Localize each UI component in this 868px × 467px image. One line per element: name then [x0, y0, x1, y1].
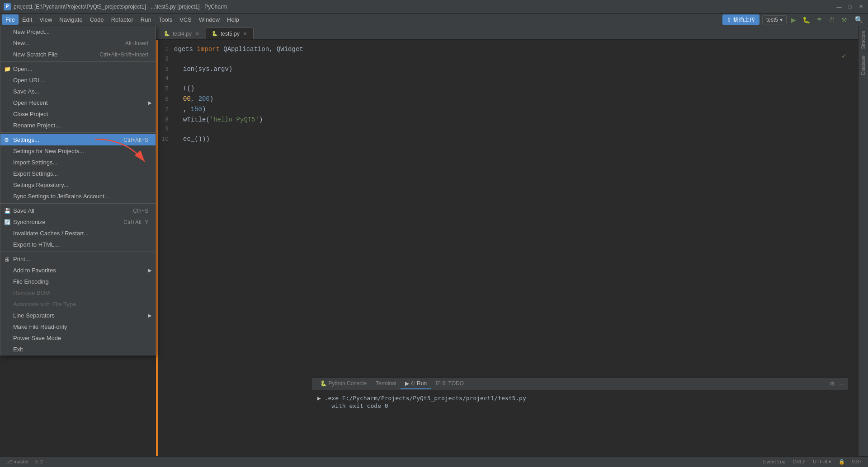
- menu-item-open-recent[interactable]: Open Recent ▶: [0, 97, 156, 108]
- search-everywhere-button[interactable]: 🔍: [852, 14, 866, 25]
- new-project-label: New Project...: [13, 28, 50, 35]
- menu-bar-right: ⇧ 拔插上传 test5 ▾ ▶ 🐛 ☂ ⏱ ⚒ 🔍: [722, 14, 866, 25]
- code-line-9: 8 wTitle('hello PyQT5'): [156, 115, 858, 125]
- code-line-10: 9: [156, 125, 858, 134]
- check-icon: ✓: [841, 52, 847, 60]
- sidebar-structure[interactable]: Structure: [860, 28, 867, 52]
- menu-item-save-as[interactable]: Save As...: [0, 86, 156, 97]
- tab-test5[interactable]: 🐍 test5.py ✕: [206, 28, 254, 39]
- tab-run[interactable]: ▶ 4: Run: [401, 378, 431, 389]
- menu-code[interactable]: Code: [86, 14, 108, 25]
- menu-file[interactable]: File: [2, 14, 19, 25]
- encoding[interactable]: UTF-8 ▾: [810, 459, 834, 465]
- maximize-button[interactable]: □: [846, 3, 854, 10]
- settings-new-projects-label: Settings for New Projects...: [13, 148, 84, 154]
- make-read-only-label: Make File Read-only: [13, 323, 67, 330]
- tab-test5-close[interactable]: ✕: [242, 31, 248, 37]
- menu-item-file-encoding[interactable]: File Encoding: [0, 276, 156, 287]
- menu-run[interactable]: Run: [137, 14, 155, 25]
- time: 9:37: [849, 459, 864, 465]
- export-html-label: Export to HTML...: [13, 241, 59, 248]
- close-button[interactable]: ✕: [857, 3, 864, 10]
- right-sidebar: Structure Database: [858, 26, 868, 467]
- exit-label: Exit: [13, 346, 23, 353]
- panel-close-icon[interactable]: —: [839, 380, 844, 387]
- menu-item-settings[interactable]: ⚙ Settings... Ctrl+Alt+S: [0, 134, 156, 145]
- menu-item-save-all[interactable]: 💾 Save All Ctrl+S: [0, 205, 156, 216]
- menu-item-settings-new-projects[interactable]: Settings for New Projects...: [0, 145, 156, 157]
- menu-item-settings-repo[interactable]: Settings Repository...: [0, 179, 156, 191]
- line-separator[interactable]: CRLF: [790, 459, 809, 465]
- file-menu-dropdown: New Project... New... Alt+Insert New Scr…: [0, 26, 156, 355]
- open-folder-icon: 📁: [4, 66, 11, 72]
- menu-item-print[interactable]: 🖨 Print...: [0, 253, 156, 265]
- new-shortcut: Alt+Insert: [125, 40, 148, 47]
- readonly-indicator[interactable]: 🔒: [836, 459, 848, 465]
- app-icon: P: [4, 3, 11, 10]
- menu-window[interactable]: Window: [195, 14, 223, 25]
- file-encoding-label: File Encoding: [13, 278, 49, 285]
- profile-button[interactable]: ⏱: [827, 15, 837, 24]
- tab-test4[interactable]: 🐍 test4.py ✕: [158, 28, 206, 39]
- upload-button[interactable]: ⇧ 拔插上传: [722, 14, 760, 25]
- upload-icon: ⇧: [727, 17, 731, 23]
- debug-button[interactable]: 🐛: [801, 15, 812, 24]
- tab-python-console[interactable]: 🐍 Python Console: [316, 378, 371, 389]
- menu-help[interactable]: Help: [223, 14, 243, 25]
- separator-4: [0, 252, 156, 252]
- sync-icon: 🔄: [4, 219, 11, 225]
- menu-item-new-scratch[interactable]: New Scratch File Ctrl+Alt+Shift+Insert: [0, 49, 156, 60]
- code-line-5: 4: [156, 74, 858, 84]
- settings-label: Settings...: [13, 136, 39, 143]
- menu-item-new-project[interactable]: New Project...: [0, 26, 156, 37]
- tab-terminal[interactable]: Terminal: [371, 378, 401, 389]
- menu-item-exit[interactable]: Exit: [0, 344, 156, 355]
- minimize-button[interactable]: —: [835, 3, 843, 10]
- menu-navigate[interactable]: Navigate: [56, 14, 86, 25]
- tab-todo[interactable]: ☑ 6: TODO: [431, 378, 468, 389]
- menu-view[interactable]: View: [36, 14, 56, 25]
- menu-item-open-url[interactable]: Open URL...: [0, 75, 156, 86]
- menu-item-sync-settings[interactable]: Sync Settings to JetBrains Account...: [0, 191, 156, 202]
- run-button[interactable]: ▶: [789, 15, 798, 24]
- coverage-button[interactable]: ☂: [815, 15, 824, 24]
- menu-item-rename-project[interactable]: Rename Project...: [0, 120, 156, 131]
- menu-item-export-settings[interactable]: Export Settings...: [0, 168, 156, 179]
- menu-item-open[interactable]: 📁 Open...: [0, 63, 156, 75]
- run-config-selector[interactable]: test5 ▾: [762, 15, 787, 24]
- menu-item-power-save-mode[interactable]: Power Save Mode: [0, 332, 156, 344]
- menu-item-add-favorites[interactable]: Add to Favorites ▶: [0, 265, 156, 276]
- menu-item-new[interactable]: New... Alt+Insert: [0, 37, 156, 49]
- power-save-mode-label: Power Save Mode: [13, 335, 61, 341]
- warnings[interactable]: ⚠ 2: [32, 459, 46, 465]
- tab-test4-close[interactable]: ✕: [194, 31, 200, 37]
- modified-indicator: [156, 40, 158, 467]
- menu-item-invalidate-caches[interactable]: Invalidate Caches / Restart...: [0, 228, 156, 239]
- synchronize-shortcut: Ctrl+Alt+Y: [123, 219, 148, 225]
- open-url-label: Open URL...: [13, 77, 46, 84]
- code-line-4: 3 ion(sys.argv): [156, 64, 858, 75]
- export-settings-label: Export Settings...: [13, 170, 58, 177]
- menu-item-make-read-only[interactable]: Make File Read-only: [0, 321, 156, 332]
- menu-item-line-separators[interactable]: Line Separators ▶: [0, 310, 156, 321]
- menu-item-remove-bom: Remove BOM: [0, 287, 156, 299]
- tab-test5-icon: 🐍: [212, 31, 218, 37]
- code-line-8: 7 , 150): [156, 104, 858, 115]
- event-log[interactable]: Event Log: [760, 459, 788, 465]
- settings-shortcut: Ctrl+Alt+S: [123, 137, 148, 143]
- menu-item-synchronize[interactable]: 🔄 Synchronize Ctrl+Alt+Y: [0, 216, 156, 228]
- build-button[interactable]: ⚒: [840, 15, 849, 24]
- menu-item-close-project[interactable]: Close Project: [0, 108, 156, 120]
- title-bar: P project1 [E:\Pycharm\Projects\PyQt5_pr…: [0, 0, 868, 14]
- menu-item-import-settings[interactable]: Import Settings...: [0, 157, 156, 168]
- menu-refactor[interactable]: Refactor: [108, 14, 137, 25]
- menu-item-export-html[interactable]: Export to HTML...: [0, 239, 156, 250]
- panel-settings-icon[interactable]: ⚙: [830, 380, 835, 387]
- new-scratch-shortcut: Ctrl+Alt+Shift+Insert: [99, 51, 148, 58]
- git-branch[interactable]: ⎇ master: [4, 459, 32, 465]
- menu-edit[interactable]: Edit: [19, 14, 36, 25]
- sync-settings-label: Sync Settings to JetBrains Account...: [13, 193, 109, 200]
- sidebar-database[interactable]: Database: [860, 53, 867, 78]
- menu-tools[interactable]: Tools: [155, 14, 176, 25]
- menu-vcs[interactable]: VCS: [176, 14, 195, 25]
